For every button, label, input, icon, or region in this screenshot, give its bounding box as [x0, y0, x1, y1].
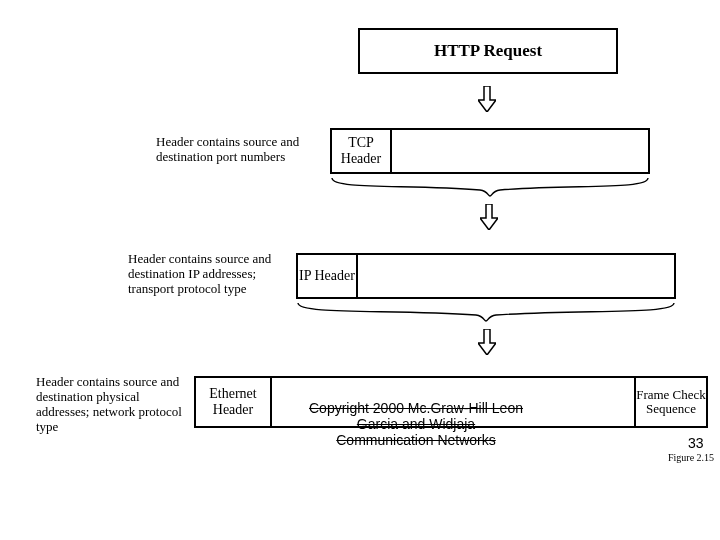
ip-header-box: IP Header [296, 253, 358, 299]
down-arrow-icon [480, 204, 498, 230]
ip-caption: Header contains source and destination I… [128, 252, 288, 297]
http-request-box: HTTP Request [358, 28, 618, 74]
http-request-label: HTTP Request [434, 41, 542, 61]
fcs-label: Frame Check Sequence [636, 388, 706, 417]
footer-line1: Copyright 2000 Mc.Graw-Hill Leon [309, 400, 523, 416]
footer-line3: Communication Networks [286, 432, 546, 448]
slide-number: 33 [688, 435, 704, 451]
down-arrow-icon [478, 329, 496, 355]
tcp-payload-box [390, 128, 650, 174]
footer-line2: Garcia and Widjaja [357, 416, 475, 432]
down-arrow-icon [478, 86, 496, 112]
diagram-stage: HTTP Request Header contains source and … [0, 0, 720, 540]
figure-reference: Figure 2.15 [668, 452, 714, 463]
brace-icon [330, 176, 650, 198]
eth-header-box: Ethernet Header [194, 376, 272, 428]
ip-header-label: IP Header [299, 268, 355, 284]
eth-header-label: Ethernet Header [196, 386, 270, 418]
eth-caption: Header contains source and destination p… [36, 375, 186, 435]
ip-payload-box [356, 253, 676, 299]
brace-icon [296, 301, 676, 323]
tcp-caption: Header contains source and destination p… [156, 135, 316, 165]
tcp-header-label: TCP Header [332, 135, 390, 167]
copyright-footer: Copyright 2000 Mc.Graw-Hill Leon Garcia … [286, 400, 546, 448]
tcp-header-box: TCP Header [330, 128, 392, 174]
fcs-box: Frame Check Sequence [634, 376, 708, 428]
